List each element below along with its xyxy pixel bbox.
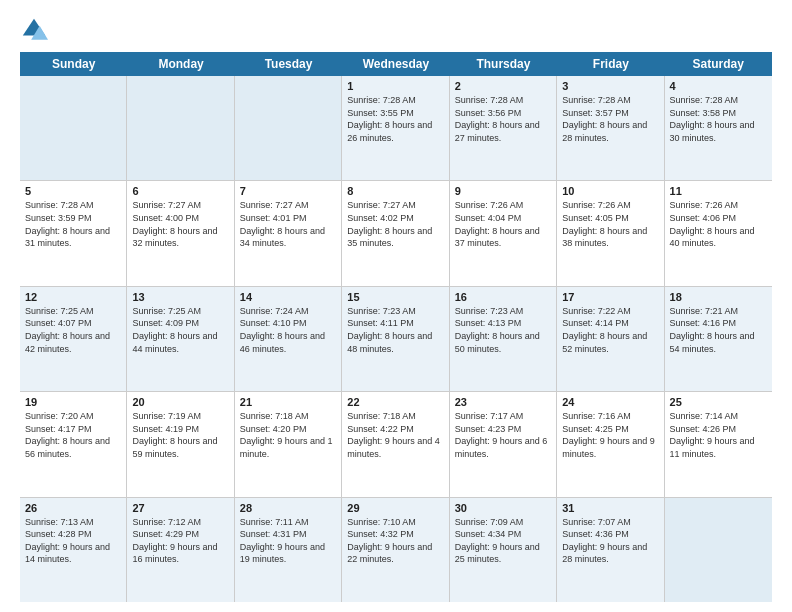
day-info: Sunrise: 7:18 AM Sunset: 4:20 PM Dayligh… bbox=[240, 410, 336, 460]
calendar-header: SundayMondayTuesdayWednesdayThursdayFrid… bbox=[20, 52, 772, 76]
day-number: 17 bbox=[562, 291, 658, 303]
day-info: Sunrise: 7:28 AM Sunset: 3:58 PM Dayligh… bbox=[670, 94, 767, 144]
day-cell-4: 4Sunrise: 7:28 AM Sunset: 3:58 PM Daylig… bbox=[665, 76, 772, 180]
empty-cell bbox=[127, 76, 234, 180]
cal-row-0: 1Sunrise: 7:28 AM Sunset: 3:55 PM Daylig… bbox=[20, 76, 772, 181]
day-number: 8 bbox=[347, 185, 443, 197]
day-cell-31: 31Sunrise: 7:07 AM Sunset: 4:36 PM Dayli… bbox=[557, 498, 664, 602]
day-cell-17: 17Sunrise: 7:22 AM Sunset: 4:14 PM Dayli… bbox=[557, 287, 664, 391]
logo bbox=[20, 16, 52, 44]
day-number: 23 bbox=[455, 396, 551, 408]
empty-cell bbox=[665, 498, 772, 602]
cal-row-3: 19Sunrise: 7:20 AM Sunset: 4:17 PM Dayli… bbox=[20, 392, 772, 497]
day-cell-24: 24Sunrise: 7:16 AM Sunset: 4:25 PM Dayli… bbox=[557, 392, 664, 496]
header-cell-tuesday: Tuesday bbox=[235, 52, 342, 76]
day-info: Sunrise: 7:28 AM Sunset: 3:55 PM Dayligh… bbox=[347, 94, 443, 144]
day-cell-7: 7Sunrise: 7:27 AM Sunset: 4:01 PM Daylig… bbox=[235, 181, 342, 285]
day-info: Sunrise: 7:07 AM Sunset: 4:36 PM Dayligh… bbox=[562, 516, 658, 566]
day-info: Sunrise: 7:11 AM Sunset: 4:31 PM Dayligh… bbox=[240, 516, 336, 566]
day-number: 1 bbox=[347, 80, 443, 92]
day-info: Sunrise: 7:14 AM Sunset: 4:26 PM Dayligh… bbox=[670, 410, 767, 460]
day-number: 18 bbox=[670, 291, 767, 303]
empty-cell bbox=[20, 76, 127, 180]
day-info: Sunrise: 7:23 AM Sunset: 4:13 PM Dayligh… bbox=[455, 305, 551, 355]
day-number: 14 bbox=[240, 291, 336, 303]
day-info: Sunrise: 7:16 AM Sunset: 4:25 PM Dayligh… bbox=[562, 410, 658, 460]
day-cell-3: 3Sunrise: 7:28 AM Sunset: 3:57 PM Daylig… bbox=[557, 76, 664, 180]
empty-cell bbox=[235, 76, 342, 180]
cal-row-2: 12Sunrise: 7:25 AM Sunset: 4:07 PM Dayli… bbox=[20, 287, 772, 392]
day-cell-20: 20Sunrise: 7:19 AM Sunset: 4:19 PM Dayli… bbox=[127, 392, 234, 496]
cal-row-1: 5Sunrise: 7:28 AM Sunset: 3:59 PM Daylig… bbox=[20, 181, 772, 286]
day-number: 4 bbox=[670, 80, 767, 92]
header-cell-saturday: Saturday bbox=[665, 52, 772, 76]
day-number: 30 bbox=[455, 502, 551, 514]
day-info: Sunrise: 7:10 AM Sunset: 4:32 PM Dayligh… bbox=[347, 516, 443, 566]
logo-icon bbox=[20, 16, 48, 44]
day-number: 16 bbox=[455, 291, 551, 303]
day-cell-6: 6Sunrise: 7:27 AM Sunset: 4:00 PM Daylig… bbox=[127, 181, 234, 285]
day-info: Sunrise: 7:26 AM Sunset: 4:05 PM Dayligh… bbox=[562, 199, 658, 249]
day-info: Sunrise: 7:28 AM Sunset: 3:56 PM Dayligh… bbox=[455, 94, 551, 144]
day-info: Sunrise: 7:17 AM Sunset: 4:23 PM Dayligh… bbox=[455, 410, 551, 460]
day-info: Sunrise: 7:25 AM Sunset: 4:09 PM Dayligh… bbox=[132, 305, 228, 355]
day-number: 31 bbox=[562, 502, 658, 514]
cal-row-4: 26Sunrise: 7:13 AM Sunset: 4:28 PM Dayli… bbox=[20, 498, 772, 602]
day-info: Sunrise: 7:22 AM Sunset: 4:14 PM Dayligh… bbox=[562, 305, 658, 355]
day-number: 12 bbox=[25, 291, 121, 303]
day-info: Sunrise: 7:28 AM Sunset: 3:57 PM Dayligh… bbox=[562, 94, 658, 144]
day-number: 25 bbox=[670, 396, 767, 408]
header-cell-friday: Friday bbox=[557, 52, 664, 76]
day-cell-14: 14Sunrise: 7:24 AM Sunset: 4:10 PM Dayli… bbox=[235, 287, 342, 391]
day-cell-25: 25Sunrise: 7:14 AM Sunset: 4:26 PM Dayli… bbox=[665, 392, 772, 496]
day-info: Sunrise: 7:24 AM Sunset: 4:10 PM Dayligh… bbox=[240, 305, 336, 355]
day-number: 6 bbox=[132, 185, 228, 197]
day-number: 13 bbox=[132, 291, 228, 303]
day-info: Sunrise: 7:26 AM Sunset: 4:06 PM Dayligh… bbox=[670, 199, 767, 249]
day-number: 28 bbox=[240, 502, 336, 514]
day-info: Sunrise: 7:28 AM Sunset: 3:59 PM Dayligh… bbox=[25, 199, 121, 249]
day-info: Sunrise: 7:27 AM Sunset: 4:02 PM Dayligh… bbox=[347, 199, 443, 249]
day-cell-26: 26Sunrise: 7:13 AM Sunset: 4:28 PM Dayli… bbox=[20, 498, 127, 602]
day-number: 3 bbox=[562, 80, 658, 92]
day-info: Sunrise: 7:25 AM Sunset: 4:07 PM Dayligh… bbox=[25, 305, 121, 355]
day-number: 27 bbox=[132, 502, 228, 514]
day-cell-18: 18Sunrise: 7:21 AM Sunset: 4:16 PM Dayli… bbox=[665, 287, 772, 391]
day-number: 5 bbox=[25, 185, 121, 197]
day-cell-29: 29Sunrise: 7:10 AM Sunset: 4:32 PM Dayli… bbox=[342, 498, 449, 602]
day-info: Sunrise: 7:19 AM Sunset: 4:19 PM Dayligh… bbox=[132, 410, 228, 460]
day-number: 20 bbox=[132, 396, 228, 408]
day-cell-1: 1Sunrise: 7:28 AM Sunset: 3:55 PM Daylig… bbox=[342, 76, 449, 180]
day-number: 21 bbox=[240, 396, 336, 408]
day-cell-12: 12Sunrise: 7:25 AM Sunset: 4:07 PM Dayli… bbox=[20, 287, 127, 391]
day-cell-28: 28Sunrise: 7:11 AM Sunset: 4:31 PM Dayli… bbox=[235, 498, 342, 602]
day-number: 10 bbox=[562, 185, 658, 197]
day-info: Sunrise: 7:23 AM Sunset: 4:11 PM Dayligh… bbox=[347, 305, 443, 355]
header-cell-monday: Monday bbox=[127, 52, 234, 76]
day-cell-13: 13Sunrise: 7:25 AM Sunset: 4:09 PM Dayli… bbox=[127, 287, 234, 391]
day-cell-10: 10Sunrise: 7:26 AM Sunset: 4:05 PM Dayli… bbox=[557, 181, 664, 285]
day-cell-27: 27Sunrise: 7:12 AM Sunset: 4:29 PM Dayli… bbox=[127, 498, 234, 602]
page: SundayMondayTuesdayWednesdayThursdayFrid… bbox=[0, 0, 792, 612]
day-info: Sunrise: 7:21 AM Sunset: 4:16 PM Dayligh… bbox=[670, 305, 767, 355]
day-number: 15 bbox=[347, 291, 443, 303]
day-info: Sunrise: 7:27 AM Sunset: 4:00 PM Dayligh… bbox=[132, 199, 228, 249]
day-number: 9 bbox=[455, 185, 551, 197]
day-number: 24 bbox=[562, 396, 658, 408]
header-cell-wednesday: Wednesday bbox=[342, 52, 449, 76]
day-info: Sunrise: 7:27 AM Sunset: 4:01 PM Dayligh… bbox=[240, 199, 336, 249]
day-cell-11: 11Sunrise: 7:26 AM Sunset: 4:06 PM Dayli… bbox=[665, 181, 772, 285]
day-cell-9: 9Sunrise: 7:26 AM Sunset: 4:04 PM Daylig… bbox=[450, 181, 557, 285]
day-info: Sunrise: 7:20 AM Sunset: 4:17 PM Dayligh… bbox=[25, 410, 121, 460]
header-cell-thursday: Thursday bbox=[450, 52, 557, 76]
day-cell-23: 23Sunrise: 7:17 AM Sunset: 4:23 PM Dayli… bbox=[450, 392, 557, 496]
day-cell-16: 16Sunrise: 7:23 AM Sunset: 4:13 PM Dayli… bbox=[450, 287, 557, 391]
day-number: 11 bbox=[670, 185, 767, 197]
day-info: Sunrise: 7:12 AM Sunset: 4:29 PM Dayligh… bbox=[132, 516, 228, 566]
day-cell-22: 22Sunrise: 7:18 AM Sunset: 4:22 PM Dayli… bbox=[342, 392, 449, 496]
day-number: 26 bbox=[25, 502, 121, 514]
day-info: Sunrise: 7:09 AM Sunset: 4:34 PM Dayligh… bbox=[455, 516, 551, 566]
day-number: 2 bbox=[455, 80, 551, 92]
day-number: 7 bbox=[240, 185, 336, 197]
day-number: 19 bbox=[25, 396, 121, 408]
